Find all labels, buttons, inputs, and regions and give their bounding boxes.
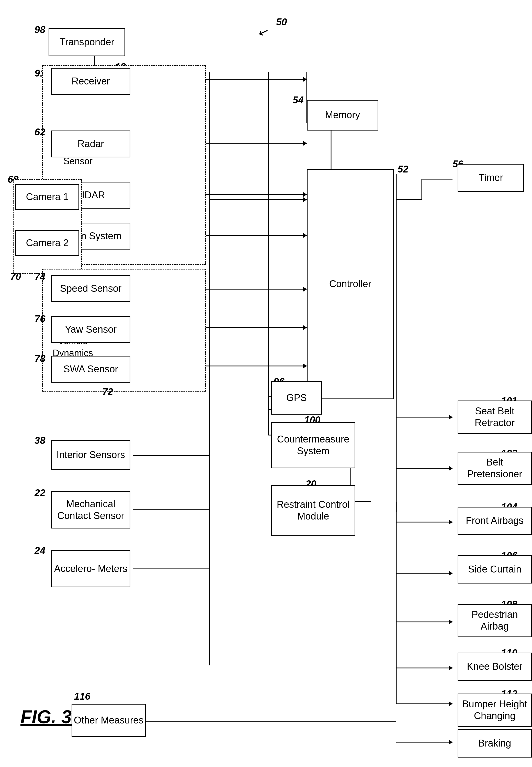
- figure-label: FIG. 3: [20, 706, 72, 727]
- svg-marker-60: [449, 519, 452, 525]
- timer-box: Timer: [458, 164, 524, 192]
- controller-box: Controller: [307, 169, 394, 399]
- ref-24: 24: [35, 545, 45, 556]
- ref-38: 38: [35, 435, 45, 446]
- svg-marker-64: [449, 701, 452, 706]
- ref-52: 52: [398, 164, 408, 175]
- pedestrian-airbag-box: Pedestrian Airbag: [458, 604, 532, 637]
- svg-marker-59: [449, 466, 452, 471]
- ref-116: 116: [74, 691, 90, 702]
- other-measures-box: Other Measures: [72, 704, 146, 737]
- knee-bolster-box: Knee Bolster: [458, 653, 532, 681]
- svg-marker-57: [303, 363, 307, 369]
- diagram: 50 ↗ 98 Transponder 18 91 Pre-crash Sens…: [0, 0, 532, 767]
- ref-76: 76: [35, 314, 45, 325]
- ref-62: 62: [35, 127, 45, 138]
- ref-54: 54: [293, 95, 303, 106]
- seat-belt-box: Seat Belt Retractor: [458, 401, 532, 434]
- gps-box: GPS: [271, 381, 322, 415]
- svg-marker-55: [303, 287, 307, 292]
- interior-sensors-box: Interior Sensors: [51, 440, 130, 470]
- svg-marker-58: [449, 415, 452, 420]
- camera1-box: Camera 1: [15, 184, 79, 210]
- restraint-control-box: Restraint Control Module: [271, 485, 355, 536]
- memory-box: Memory: [307, 100, 378, 130]
- svg-marker-65: [449, 740, 452, 745]
- front-airbags-box: Front Airbags: [458, 507, 532, 535]
- ref-72: 72: [102, 386, 113, 397]
- svg-marker-54: [303, 233, 307, 238]
- speed-sensor-box: Speed Sensor: [51, 275, 130, 302]
- ref-98: 98: [35, 24, 45, 35]
- ref-74: 74: [35, 271, 45, 282]
- braking-box: Braking: [458, 729, 532, 758]
- transponder-box: Transponder: [49, 28, 125, 56]
- mechanical-contact-box: Mechanical Contact Sensor: [51, 491, 130, 528]
- belt-pretensioner-box: Belt Pretensioner: [458, 452, 532, 485]
- ref-50: 50: [276, 17, 287, 28]
- receiver-box: Receiver: [51, 68, 130, 95]
- svg-marker-51: [303, 77, 307, 82]
- accelerometers-box: Accelero- Meters: [51, 550, 130, 587]
- svg-marker-56: [303, 325, 307, 330]
- side-curtain-box: Side Curtain: [458, 555, 532, 584]
- ref-70: 70: [10, 271, 21, 282]
- svg-marker-62: [449, 619, 452, 625]
- ref-22: 22: [35, 487, 45, 498]
- swa-sensor-box: SWA Sensor: [51, 356, 130, 383]
- arrow-50: ↗: [256, 24, 271, 41]
- yaw-sensor-box: Yaw Sensor: [51, 316, 130, 343]
- countermeasure-box: Countermeasure System: [271, 422, 355, 468]
- svg-marker-61: [449, 571, 452, 576]
- camera2-box: Camera 2: [15, 230, 79, 256]
- ref-78: 78: [35, 353, 45, 364]
- svg-marker-53: [303, 192, 307, 197]
- svg-marker-50: [303, 197, 307, 202]
- bumper-height-box: Bumper Height Changing: [458, 694, 532, 727]
- radar-box: Radar: [51, 130, 130, 157]
- svg-marker-52: [303, 141, 307, 146]
- svg-marker-63: [449, 665, 452, 671]
